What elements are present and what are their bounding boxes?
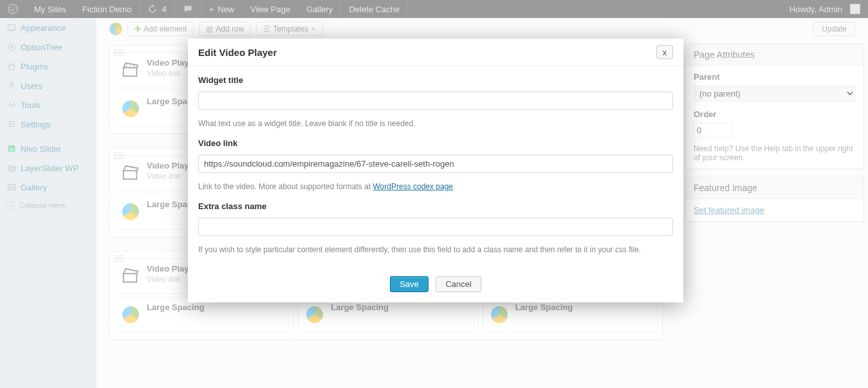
modal-title: Edit Video Player xyxy=(198,47,277,58)
video-link-input[interactable] xyxy=(198,154,673,173)
widget-title-desc: What text use as a widget title. Leave b… xyxy=(198,118,673,129)
extra-class-label: Extra class name xyxy=(198,201,673,211)
edit-video-modal: Edit Video Player x Widget title What te… xyxy=(188,39,683,302)
close-button[interactable]: x xyxy=(656,45,673,59)
widget-title-input[interactable] xyxy=(198,91,673,110)
extra-class-desc: If you wish to style particular content … xyxy=(198,244,673,255)
video-link-label: Video link xyxy=(198,138,673,148)
cancel-button[interactable]: Cancel xyxy=(436,276,481,292)
widget-title-label: Widget title xyxy=(198,75,673,85)
video-link-desc: Link to the video. More about supported … xyxy=(198,181,673,192)
save-button[interactable]: Save xyxy=(390,276,429,292)
extra-class-input[interactable] xyxy=(198,217,673,236)
codex-link[interactable]: WordPress codex page xyxy=(373,182,454,191)
